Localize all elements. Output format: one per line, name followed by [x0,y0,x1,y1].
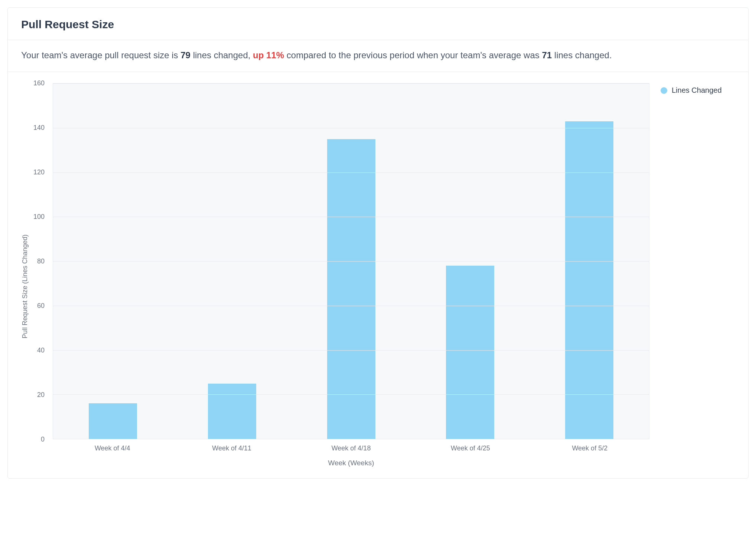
card-summary: Your team's average pull request size is… [8,40,748,72]
bar[interactable] [565,121,613,439]
y-tick-label: 120 [33,168,45,176]
x-tick-label: Week of 4/4 [53,444,172,452]
legend-swatch [661,87,667,94]
y-axis-label: Pull Request Size (Lines Changed) [21,212,29,338]
gridline [53,173,649,173]
bar[interactable] [208,384,256,439]
y-tick: 160 [33,83,45,128]
y-tick-label: 20 [37,391,45,399]
gridline [53,350,649,351]
x-axis-label: Week (Weeks) [53,452,649,467]
summary-previous-value: 71 [542,50,552,60]
plot-outer: Week of 4/4Week of 4/11Week of 4/18Week … [53,83,649,467]
x-tick-label: Week of 5/2 [530,444,649,452]
y-tick-label: 160 [33,79,45,87]
summary-suffix: lines changed. [552,50,612,60]
y-tick: 140 [33,128,45,172]
summary-current-value: 79 [180,50,190,60]
summary-mid2: compared to the previous period when you… [284,50,542,60]
bar-plot [53,83,649,439]
pr-size-card: Pull Request Size Your team's average pu… [7,7,749,479]
y-tick-label: 40 [37,347,45,354]
gridline [53,217,649,217]
chart-wrap: Pull Request Size (Lines Changed) 160140… [21,83,649,467]
card-header: Pull Request Size [8,8,748,40]
y-tick-label: 80 [37,257,45,265]
bar[interactable] [89,403,137,439]
x-tick-label: Week of 4/11 [172,444,291,452]
y-tick: 20 [33,395,45,439]
gridline [53,306,649,306]
y-tick-label: 140 [33,124,45,132]
x-axis-ticks: Week of 4/4Week of 4/11Week of 4/18Week … [53,439,649,452]
card-title: Pull Request Size [21,18,735,31]
chart-section: Pull Request Size (Lines Changed) 160140… [8,72,748,478]
legend-label: Lines Changed [672,86,722,95]
gridline [53,394,649,395]
summary-mid1: lines changed, [190,50,253,60]
y-axis-ticks: 160140120100806040200 [33,83,48,439]
summary-prefix: Your team's average pull request size is [21,50,180,60]
gridline [53,128,649,128]
summary-delta: up 11% [253,50,284,60]
bar[interactable] [327,139,375,439]
y-tick-label: 0 [41,436,45,443]
y-tick: 120 [33,172,45,217]
x-tick-label: Week of 4/18 [291,444,411,452]
y-tick-label: 100 [33,213,45,221]
x-tick-label: Week of 4/25 [411,444,530,452]
gridline [53,83,649,84]
legend: Lines Changed [661,83,735,95]
y-tick-label: 60 [37,302,45,310]
gridline [53,261,649,262]
y-tick: 60 [33,306,45,350]
bar[interactable] [446,266,494,439]
y-tick: 80 [33,261,45,306]
y-tick: 100 [33,217,45,261]
y-tick: 40 [33,350,45,395]
